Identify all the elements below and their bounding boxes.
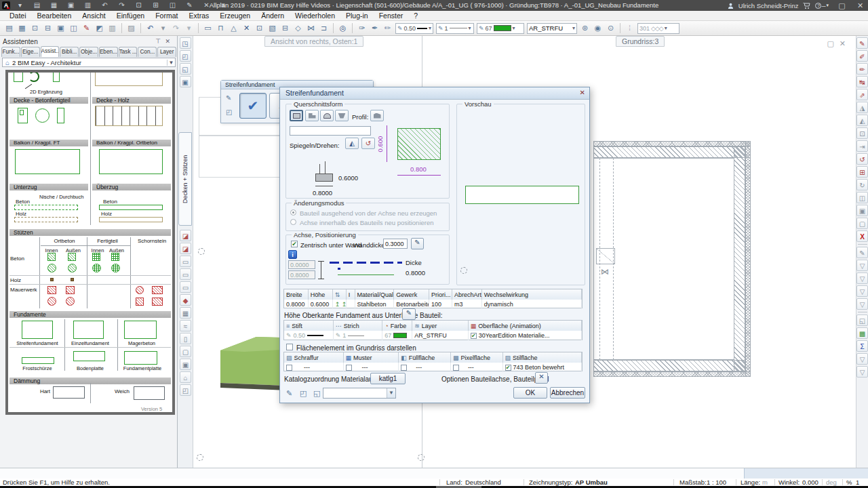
assistant-item-decke-bft[interactable]: [14, 106, 81, 126]
bereich-icon[interactable]: ▢: [856, 218, 868, 229]
flaechenelement-checkbox[interactable]: [286, 344, 293, 350]
cell-wechselwirkung[interactable]: dynamisch: [482, 300, 582, 309]
filter-strich-icon[interactable]: ▽: [856, 260, 868, 271]
winkel-value[interactable]: 0.000: [802, 479, 818, 486]
assistant-item-stuetze[interactable]: [111, 264, 120, 272]
gelaende-icon[interactable]: △: [228, 22, 239, 34]
menu-item-2[interactable]: Ansicht: [77, 11, 111, 21]
menu-item-1[interactable]: Bearbeiten: [32, 11, 77, 21]
cell-hoehe[interactable]: 0.6000: [309, 300, 333, 309]
panel-tab-7[interactable]: Con...: [138, 47, 157, 57]
viewport-maximize-icon[interactable]: ▢: [827, 39, 837, 47]
cell-material[interactable]: Stahlbeton: [355, 300, 395, 309]
assistant-item-streifenfundament[interactable]: [22, 321, 53, 339]
schraffur-checkbox[interactable]: [286, 365, 292, 371]
bemassung-icon[interactable]: ⊓: [215, 22, 226, 34]
zwischenablage-icon[interactable]: ⊟: [279, 22, 291, 34]
auswahl-icon[interactable]: ◱: [856, 314, 868, 326]
cell-i[interactable]: [347, 300, 355, 309]
rahmen-icon[interactable]: ▢: [180, 346, 191, 357]
filter-layer-icon[interactable]: ▽: [856, 298, 868, 310]
radio-bauteil-neu[interactable]: [290, 209, 296, 216]
favorite-save-icon[interactable]: ◱: [313, 389, 320, 398]
shape-dome-button[interactable]: [320, 110, 334, 121]
assistant-item-stuetze[interactable]: [71, 278, 74, 281]
shape-lform-button[interactable]: [305, 110, 319, 121]
cell-abrechart[interactable]: m3: [452, 300, 482, 309]
assistant-item[interactable]: [95, 73, 163, 86]
qa-redo-icon[interactable]: ↷: [116, 0, 127, 12]
menu-item-0[interactable]: Datei: [4, 11, 32, 21]
col-farbe[interactable]: ◔Farbe: [382, 321, 412, 331]
verschieben-icon[interactable]: ⇥: [856, 140, 868, 152]
menu-item-5[interactable]: Extras: [183, 11, 214, 21]
laenge-value[interactable]: m: [762, 479, 768, 486]
stift-a-icon[interactable]: ✑: [356, 22, 368, 34]
pattern-select[interactable]: 301◇◇◇▾: [637, 23, 679, 34]
ansichtsfenster-icon[interactable]: ⊡: [254, 22, 265, 34]
col-material[interactable]: Material/Qualitäten: [355, 289, 395, 300]
verlaengern-icon[interactable]: ⇗: [856, 89, 868, 100]
col-schraffur[interactable]: ▨Schraffur: [284, 352, 344, 363]
menu-item-8[interactable]: Wiederholen: [290, 11, 340, 21]
panel-tab-2[interactable]: Assist...: [41, 46, 60, 57]
qa-layout-icon[interactable]: ◫: [167, 0, 178, 12]
assistant-item-balkon-ft[interactable]: [15, 149, 80, 174]
spiegeln-kopie-icon[interactable]: ◭: [856, 115, 868, 126]
pen-thickness-select[interactable]: ✎ 0.50▾: [395, 23, 433, 34]
decke-icon[interactable]: ▭: [180, 256, 191, 267]
anordnen-icon[interactable]: ◫: [856, 192, 868, 203]
summen-icon[interactable]: Σ: [856, 340, 868, 352]
cell-stift[interactable]: ✎0.50: [284, 331, 334, 340]
qa-save-icon[interactable]: ▣: [65, 0, 77, 12]
assistant-item-stuetze[interactable]: [50, 278, 54, 281]
profile-name-input[interactable]: [290, 126, 371, 136]
cell-hoehenlage-icon[interactable]: ↥ ↥: [333, 300, 347, 309]
filter-farbe-icon[interactable]: ▽: [856, 272, 868, 284]
stift-icon[interactable]: ✎: [856, 247, 868, 258]
assistant-item-magerbeton[interactable]: [124, 321, 157, 339]
close-icon[interactable]: ✕: [854, 0, 866, 12]
bild-icon[interactable]: ▨: [125, 22, 137, 34]
menu-item-3[interactable]: Einfügen: [111, 11, 150, 21]
assistant-item-decke-holz[interactable]: [95, 106, 163, 126]
panel-tab-4[interactable]: Obje...: [79, 47, 98, 57]
offset-bottom-input[interactable]: [288, 270, 315, 279]
col-layer[interactable]: ≋Layer: [412, 321, 469, 331]
treppe-icon[interactable]: ≈: [180, 320, 191, 331]
shape-trapez-button[interactable]: [335, 110, 349, 121]
assistant-item-stuetze[interactable]: [47, 297, 56, 306]
panel-tab-6[interactable]: Task ...: [119, 47, 138, 57]
assistant-item-fundamentplatte[interactable]: [124, 351, 157, 365]
massstab-value[interactable]: 1 : 100: [707, 479, 726, 486]
cell-breite[interactable]: 0.8000: [284, 300, 309, 309]
grundriss-icon[interactable]: ▣: [180, 76, 191, 87]
radio-achse-positionieren[interactable]: [290, 219, 296, 225]
rotate-button[interactable]: ↺: [361, 138, 375, 149]
assistant-item-ueberzug-beton[interactable]: [99, 205, 163, 210]
assistant-item-schornstein[interactable]: [136, 298, 144, 306]
stilflaeche-checkbox[interactable]: ✔: [505, 365, 511, 371]
kopieren-icon[interactable]: ⊡: [856, 127, 868, 139]
katalog-button[interactable]: katlg1: [370, 373, 406, 384]
kopieren-icon[interactable]: ⊡: [29, 22, 41, 34]
percent-value[interactable]: 1: [856, 479, 859, 486]
cell-prioritaet[interactable]: 100: [429, 300, 452, 309]
col-oberflaeche[interactable]: ▦Oberfläche (Animation): [469, 321, 582, 331]
col-hoehe[interactable]: Höhe: [309, 289, 333, 300]
assistant-item-bodenplatte[interactable]: [73, 351, 105, 361]
verbinden-icon[interactable]: ⋈: [305, 22, 317, 34]
koerper-icon[interactable]: ◇: [292, 22, 304, 34]
teilen-icon[interactable]: ✏: [856, 63, 868, 75]
ordner-icon[interactable]: ▧: [267, 22, 278, 34]
col-stilflaeche[interactable]: ▨Stilfläche: [503, 352, 582, 363]
assistant-item-schornstein[interactable]: [152, 286, 163, 294]
cell-gewerk[interactable]: Betonarbeiten: [394, 300, 429, 309]
cell-strich[interactable]: ✎1: [334, 331, 383, 340]
panel-tab-8[interactable]: Layer: [157, 47, 176, 57]
messen-icon[interactable]: ▭: [202, 22, 214, 34]
rotieren-icon[interactable]: ↻: [856, 179, 868, 190]
ausrichten-icon[interactable]: ⊞: [856, 166, 868, 178]
fuellflaeche-checkbox[interactable]: [401, 365, 407, 371]
gebaeude-icon[interactable]: ▦: [180, 307, 191, 319]
